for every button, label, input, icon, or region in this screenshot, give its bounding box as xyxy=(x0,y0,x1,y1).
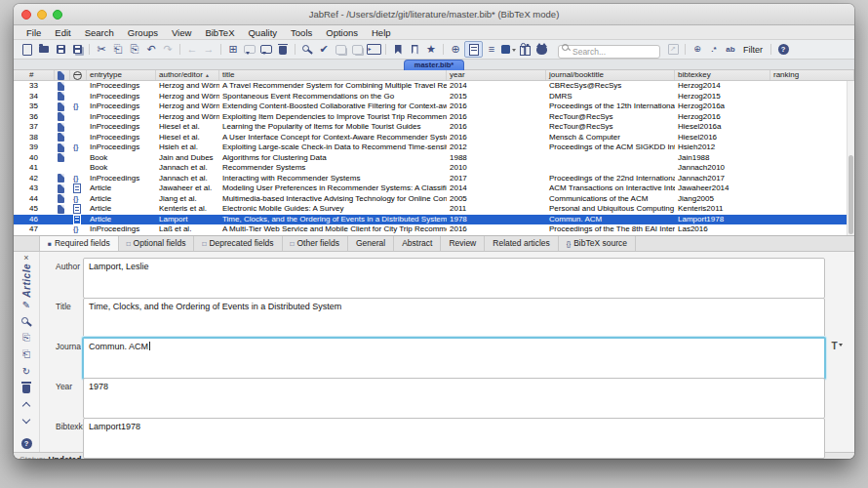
comment-button[interactable] xyxy=(258,42,274,57)
github-button[interactable] xyxy=(533,42,549,57)
toggle-entry-editor-button[interactable] xyxy=(464,41,483,58)
copy-entry-button[interactable]: ⎘ xyxy=(20,332,33,344)
regex-search-button[interactable]: .* xyxy=(706,42,722,57)
special-fields-button[interactable] xyxy=(500,42,516,57)
edit-entry-button[interactable]: ✎ xyxy=(20,299,33,310)
column-header-ranking[interactable]: ranking xyxy=(770,70,854,80)
scrollbar-thumb[interactable] xyxy=(848,155,853,235)
delete-entry-button[interactable] xyxy=(275,42,291,57)
paste-entry-button[interactable]: ⎗ xyxy=(20,348,33,360)
bibtexkey-field[interactable]: Lamport1978 xyxy=(83,418,825,459)
menu-edit[interactable]: Edit xyxy=(48,27,77,38)
column-header-year[interactable]: year xyxy=(447,70,546,80)
tab-related-articles[interactable]: Related articles xyxy=(485,236,559,251)
menu-search[interactable]: Search xyxy=(78,27,121,38)
abbreviate-disabled-button[interactable] xyxy=(349,42,365,57)
table-row-46[interactable]: 46ArticleLamportTime, Clocks, and the Or… xyxy=(14,215,854,225)
table-row-35[interactable]: 35{}InProceedingsHerzog and WörndlExtend… xyxy=(14,102,854,112)
cut-button[interactable]: ✂ xyxy=(94,42,109,57)
tab-deprecated-fields[interactable]: □Deprecated fields xyxy=(194,236,282,251)
tab-optional-fields[interactable]: □Optional fields xyxy=(119,236,195,251)
global-search-button[interactable]: ⊕ xyxy=(690,42,705,57)
case-sensitive-button[interactable]: ab xyxy=(723,42,738,57)
journal-abbreviation-toggle[interactable]: T xyxy=(831,342,843,353)
journal-field[interactable]: Commun. ACM xyxy=(82,337,826,380)
generate-key-button[interactable] xyxy=(299,42,315,57)
menu-options[interactable]: Options xyxy=(319,27,365,38)
menu-bibtex[interactable]: BibTeX xyxy=(198,27,241,38)
table-row-37[interactable]: 37InProceedingsHiesel et al.Learning the… xyxy=(14,122,854,133)
open-search-window-button[interactable]: ↗ xyxy=(665,42,681,57)
close-entry-editor-button[interactable]: × xyxy=(23,254,28,262)
library-tab[interactable]: master.bib* xyxy=(404,60,464,70)
web-search-button[interactable]: ⊕ xyxy=(448,42,463,57)
tab-other-fields[interactable]: □Other fields xyxy=(283,236,348,251)
column-header-num[interactable]: # xyxy=(14,70,55,80)
filter-toggle[interactable]: Filter xyxy=(743,45,763,55)
table-row-41[interactable]: 41BookJannach et al.Recommender Systems2… xyxy=(14,163,854,174)
save-all-button[interactable] xyxy=(69,42,85,57)
tab-review[interactable]: Review xyxy=(441,236,485,251)
table-row-33[interactable]: 33InProceedingsHerzog and WörndlA Travel… xyxy=(14,81,854,92)
title-field[interactable]: Time, Clocks, and the Ordering of Events… xyxy=(83,298,825,339)
previous-entry-button[interactable] xyxy=(20,398,33,410)
forward-button[interactable]: → xyxy=(201,42,217,57)
table-row-44[interactable]: 44{}ArticleJiang et al.Multimedia-based … xyxy=(14,194,854,205)
bookmark-outline-button[interactable] xyxy=(407,42,422,57)
year-field[interactable]: 1978 xyxy=(83,378,825,419)
column-header-author[interactable]: author/editor▲ xyxy=(156,70,219,80)
new-library-button[interactable] xyxy=(20,42,35,57)
tab-bibtex-source[interactable]: {}BibTeX source xyxy=(559,236,636,251)
tab-required-fields[interactable]: ■Required fields xyxy=(39,236,119,251)
write-xmp-disabled-button[interactable] xyxy=(333,42,348,57)
column-header-url[interactable] xyxy=(70,70,87,80)
column-header-journal[interactable]: journal/booktitle xyxy=(546,70,675,80)
star-button[interactable]: ★ xyxy=(423,42,439,57)
menu-help[interactable]: Help xyxy=(365,27,398,38)
column-header-file[interactable] xyxy=(55,70,70,80)
table-row-36[interactable]: 36InProceedingsHerzog and WörndlExploiti… xyxy=(14,112,854,123)
refresh-entry-button[interactable]: ↻ xyxy=(20,365,33,377)
table-row-47[interactable]: 47{}InProceedingsLaß et al.A Multi-Tier … xyxy=(14,224,854,235)
new-entry-button[interactable]: ⊞ xyxy=(225,42,241,57)
table-row-39[interactable]: 39{}InProceedingsHsieh et al.Exploiting … xyxy=(14,142,854,153)
close-window-button[interactable] xyxy=(21,10,31,20)
menu-groups[interactable]: Groups xyxy=(121,27,165,38)
table-row-45[interactable]: 45ArticleKenteris et al.Electronic Mobil… xyxy=(14,204,854,215)
donate-button[interactable] xyxy=(517,42,533,57)
delete-entry-sidebar-button[interactable] xyxy=(20,382,33,393)
table-scrollbar[interactable] xyxy=(847,81,854,235)
cleanup-button[interactable]: ✔ xyxy=(316,42,332,57)
open-library-button[interactable] xyxy=(36,42,52,57)
table-row-38[interactable]: 38InProceedingsHiesel et al.A User Inter… xyxy=(14,133,854,143)
column-header-title[interactable]: title xyxy=(219,70,447,80)
zoom-window-button[interactable] xyxy=(53,10,62,20)
tab-general[interactable]: General xyxy=(348,236,394,251)
minimize-window-button[interactable] xyxy=(37,10,47,20)
next-entry-button[interactable] xyxy=(20,415,33,427)
menu-quality[interactable]: Quality xyxy=(241,27,284,38)
toggle-groups-button[interactable]: ≡ xyxy=(484,42,499,57)
comment-disabled-button[interactable] xyxy=(242,42,257,57)
column-header-bibtexkey[interactable]: bibtexkey xyxy=(675,70,770,80)
search-help-button[interactable]: ? xyxy=(775,42,791,57)
tab-abstract[interactable]: Abstract xyxy=(394,236,441,251)
entry-editor-help-button[interactable]: ? xyxy=(20,437,33,449)
menu-tools[interactable]: Tools xyxy=(284,27,319,38)
copy-button[interactable]: ⎗ xyxy=(110,42,126,57)
open-console-button[interactable]: ▸ xyxy=(366,42,381,57)
menu-view[interactable]: View xyxy=(165,27,198,38)
search-input[interactable] xyxy=(558,45,660,59)
back-button[interactable]: ← xyxy=(184,42,200,57)
generate-bibtexkey-button[interactable] xyxy=(20,315,33,327)
paste-button[interactable]: ⎘ xyxy=(127,42,142,57)
author-field[interactable]: Lamport, Leslie xyxy=(83,258,825,299)
table-row-43[interactable]: 43ArticleJawaheer et al.Modeling User Pr… xyxy=(14,183,854,194)
column-header-entrytype[interactable]: entrytype xyxy=(87,70,156,80)
push-to-application-button[interactable] xyxy=(390,42,406,57)
table-row-34[interactable]: 34InProceedingsHerzog and WörndlSpontane… xyxy=(14,92,854,102)
redo-button[interactable]: ↷ xyxy=(160,42,176,57)
table-row-40[interactable]: 40BookJain and DubesAlgorithms for Clust… xyxy=(14,153,854,164)
table-row-42[interactable]: 42{}InProceedingsJannach et al.Interacti… xyxy=(14,174,854,184)
save-library-button[interactable] xyxy=(53,42,68,57)
